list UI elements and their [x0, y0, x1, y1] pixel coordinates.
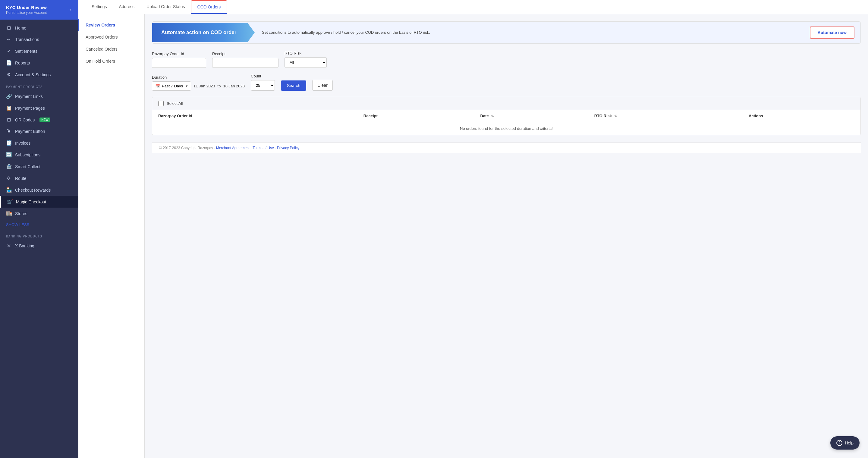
- footer-copyright: © 2017-2023 Copyright Razorpay ·: [159, 146, 216, 150]
- sidebar-item-smart-collect[interactable]: 🏦 Smart Collect: [0, 161, 79, 172]
- select-all-label: Select All: [167, 101, 183, 106]
- sidebar-header[interactable]: KYC Under Review Personalise your Accoun…: [0, 0, 79, 20]
- reports-icon: 📄: [6, 60, 11, 66]
- route-icon: ✈: [6, 175, 11, 181]
- duration-preset-label: Past 7 Days: [162, 84, 183, 88]
- sidebar-label-home: Home: [15, 26, 26, 30]
- main-panel: Automate action on COD order Set conditi…: [145, 14, 868, 458]
- sidebar-label-x-banking: X Banking: [15, 243, 34, 248]
- tab-settings[interactable]: Settings: [86, 0, 113, 14]
- rto-risk-select[interactable]: All High Medium Low: [284, 57, 327, 68]
- sidebar-label-payment-pages: Payment Pages: [15, 106, 45, 110]
- footer: © 2017-2023 Copyright Razorpay · Merchan…: [152, 142, 861, 153]
- sidebar-item-payment-links[interactable]: 🔗 Payment Links: [0, 90, 79, 102]
- col-header-receipt: Receipt: [358, 110, 474, 122]
- sub-nav-canceled-orders[interactable]: Canceled Orders: [79, 43, 144, 55]
- col-header-rto-risk[interactable]: RTO Risk ⇅: [588, 110, 743, 122]
- sidebar-label-stores: Stores: [15, 211, 27, 216]
- tab-address[interactable]: Address: [113, 0, 141, 14]
- col-header-date[interactable]: Date ⇅: [474, 110, 588, 122]
- sidebar-item-route[interactable]: ✈ Route: [0, 172, 79, 184]
- automate-banner-left: Automate action on COD order: [152, 23, 255, 42]
- sidebar-item-magic-checkout[interactable]: 🛒 Magic Checkout: [0, 196, 79, 207]
- sidebar-item-payment-button[interactable]: 🖱 Payment Button: [0, 126, 79, 137]
- checkout-rewards-icon: 🏪: [6, 187, 11, 193]
- sidebar-item-checkout-rewards[interactable]: 🏪 Checkout Rewards: [0, 184, 79, 196]
- tab-upload-order-status[interactable]: Upload Order Status: [141, 0, 191, 14]
- home-icon: ⊞: [6, 25, 11, 31]
- sidebar-item-subscriptions[interactable]: 🔄 Subscriptions: [0, 149, 79, 161]
- footer-privacy-policy[interactable]: Privacy Policy: [277, 146, 300, 150]
- invoices-icon: 🧾: [6, 140, 11, 146]
- kyc-status-title: KYC Under Review: [6, 5, 47, 10]
- filters-row: Razorpay Order Id Receipt RTO Risk All H…: [152, 51, 861, 68]
- settings-icon: ⚙: [6, 72, 11, 77]
- sidebar-label-reports: Reports: [15, 61, 30, 65]
- tab-cod-orders[interactable]: COD Orders: [191, 0, 227, 14]
- orders-table: Razorpay Order Id Receipt Date ⇅ RTO Ris…: [152, 110, 861, 135]
- empty-state-message: No orders found for the selected duratio…: [152, 122, 861, 135]
- payment-button-icon: 🖱: [6, 129, 11, 134]
- payment-pages-icon: 📋: [6, 105, 11, 111]
- settlements-icon: ✓: [6, 48, 11, 54]
- sidebar-item-qr-codes[interactable]: ⊞ QR Codes NEW: [0, 114, 79, 126]
- content-area: Review Orders Approved Orders Canceled O…: [79, 14, 868, 458]
- sub-nav: Review Orders Approved Orders Canceled O…: [79, 14, 145, 458]
- stores-icon: 🏬: [6, 210, 11, 216]
- duration-preset-select[interactable]: 📅 Past 7 Days ▾: [152, 81, 191, 91]
- x-banking-icon: ✕: [6, 243, 11, 249]
- footer-terms-of-use[interactable]: Terms of Use: [253, 146, 274, 150]
- clear-button[interactable]: Clear: [312, 80, 333, 91]
- show-less-button[interactable]: SHOW LESS: [0, 219, 79, 230]
- razorpay-order-id-input[interactable]: [152, 58, 206, 68]
- sidebar-label-settlements: Settlements: [15, 49, 37, 54]
- automate-now-button[interactable]: Automate now: [810, 27, 855, 39]
- calendar-icon: 📅: [155, 84, 160, 88]
- sidebar-label-payment-button: Payment Button: [15, 129, 45, 134]
- sidebar-item-stores[interactable]: 🏬 Stores: [0, 207, 79, 219]
- sidebar-item-invoices[interactable]: 🧾 Invoices: [0, 137, 79, 149]
- search-button[interactable]: Search: [281, 80, 306, 91]
- sidebar-item-reports[interactable]: 📄 Reports: [0, 57, 79, 69]
- select-all-checkbox[interactable]: [158, 101, 164, 106]
- automate-banner-title: Automate action on COD order: [161, 30, 246, 36]
- sidebar-arrow-icon: →: [67, 7, 72, 13]
- help-label: Help: [845, 440, 854, 445]
- rto-risk-filter: RTO Risk All High Medium Low: [284, 51, 327, 68]
- sidebar-item-transactions[interactable]: ↔ Transactions: [0, 34, 79, 45]
- sidebar-label-account-settings: Account & Settings: [15, 72, 51, 77]
- table-header: Razorpay Order Id Receipt Date ⇅ RTO Ris…: [152, 110, 861, 122]
- sidebar-item-settlements[interactable]: ✓ Settlements: [0, 45, 79, 57]
- duration-inner: 📅 Past 7 Days ▾ 11 Jan 2023 to 18 Jan 20…: [152, 81, 245, 91]
- sidebar-nav: ⊞ Home ↔ Transactions ✓ Settlements 📄 Re…: [0, 20, 79, 458]
- footer-merchant-agreement[interactable]: Merchant Agreement: [216, 146, 250, 150]
- razorpay-order-id-label: Razorpay Order Id: [152, 52, 206, 56]
- magic-checkout-icon: 🛒: [7, 199, 12, 205]
- sub-nav-on-hold-orders[interactable]: On Hold Orders: [79, 55, 144, 67]
- main-content: Settings Address Upload Order Status COD…: [79, 0, 868, 458]
- table-header-row: Select All: [152, 97, 861, 110]
- smart-collect-icon: 🏦: [6, 164, 11, 169]
- kyc-status-subtitle: Personalise your Account: [6, 10, 47, 15]
- chevron-down-icon: ▾: [186, 84, 188, 88]
- col-header-actions: Actions: [743, 110, 861, 122]
- table-tbody: No orders found for the selected duratio…: [152, 122, 861, 135]
- sidebar-item-x-banking[interactable]: ✕ X Banking: [0, 240, 79, 252]
- sub-nav-approved-orders[interactable]: Approved Orders: [79, 31, 144, 43]
- sidebar-item-payment-pages[interactable]: 📋 Payment Pages: [0, 102, 79, 114]
- count-select[interactable]: 25 50 100: [251, 80, 275, 91]
- sidebar-label-magic-checkout: Magic Checkout: [16, 199, 46, 204]
- sidebar-label-subscriptions: Subscriptions: [15, 153, 40, 157]
- automate-banner-description: Set conditions to automatically approve …: [255, 24, 804, 41]
- sub-nav-review-orders[interactable]: Review Orders: [79, 19, 144, 31]
- transactions-icon: ↔: [6, 37, 11, 42]
- to-label: to: [218, 84, 221, 88]
- qr-codes-icon: ⊞: [6, 117, 11, 123]
- receipt-input[interactable]: [212, 58, 278, 68]
- sidebar: KYC Under Review Personalise your Accoun…: [0, 0, 79, 458]
- help-button[interactable]: ? Help: [830, 436, 860, 450]
- sidebar-item-account-settings[interactable]: ⚙ Account & Settings: [0, 69, 79, 80]
- sidebar-item-home[interactable]: ⊞ Home: [0, 22, 79, 34]
- new-badge: NEW: [39, 118, 50, 122]
- orders-table-container: Select All Razorpay Order Id Receipt: [152, 97, 861, 135]
